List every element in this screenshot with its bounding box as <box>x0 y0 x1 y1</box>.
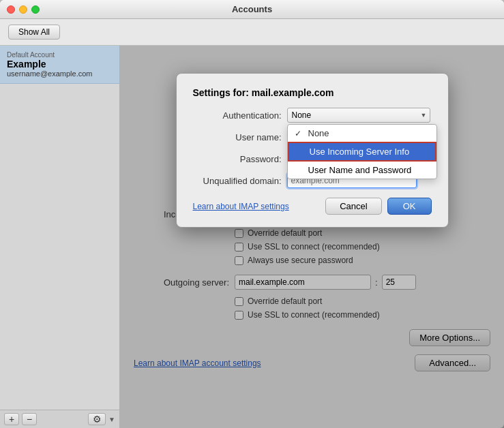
user-name-label: User name: <box>193 132 282 142</box>
authentication-row: Authentication: None ▼ ✓ None <box>193 108 432 123</box>
minimize-button[interactable] <box>19 5 27 14</box>
detail-panel: Password: Incoming server: : Override de… <box>120 46 504 428</box>
dropdown-item-incoming[interactable]: Use Incoming Server Info <box>288 142 436 162</box>
show-all-button[interactable]: Show All <box>8 25 60 40</box>
modal-actions: Learn about IMAP settings Cancel OK <box>193 198 432 215</box>
dropdown-item-incoming-label: Use Incoming Server Info <box>310 147 410 157</box>
dropdown-item-none-label: None <box>308 128 329 138</box>
window-title: Accounts <box>232 4 272 14</box>
modal-learn-imap-link[interactable]: Learn about IMAP settings <box>193 202 289 211</box>
toolbar: Show All <box>0 19 504 46</box>
modal-title: Settings for: mail.example.com <box>193 87 432 98</box>
sidebar-account-name: Example <box>7 59 113 70</box>
gear-button[interactable]: ⚙ <box>88 413 106 425</box>
cancel-button[interactable]: Cancel <box>325 198 381 215</box>
main-content: Default Account Example username@example… <box>0 46 504 428</box>
dropdown-popup: ✓ None Use Incoming Server Info User N <box>287 124 437 179</box>
remove-account-button[interactable]: − <box>22 413 37 425</box>
dropdown-arrow-icon: ▼ <box>421 112 427 119</box>
add-account-button[interactable]: + <box>4 413 19 425</box>
modal-password-label: Password: <box>193 154 282 164</box>
traffic-lights <box>7 5 40 14</box>
dropdown-item-username-password[interactable]: User Name and Password <box>288 162 436 179</box>
modal-buttons: Cancel OK <box>325 198 431 215</box>
sidebar-account-label: Default Account <box>7 51 113 59</box>
close-button[interactable] <box>7 5 15 14</box>
sidebar-footer: + − ⚙ ▼ <box>0 410 119 428</box>
sidebar-account-item[interactable]: Default Account Example username@example… <box>0 46 119 84</box>
authentication-dropdown[interactable]: None ▼ <box>287 108 430 123</box>
unqualified-domain-label: Unqualified domain: <box>193 176 282 186</box>
authentication-dropdown-container: None ▼ ✓ None <box>287 108 430 123</box>
modal-dialog: Settings for: mail.example.com Authentic… <box>176 73 449 228</box>
dropdown-item-none[interactable]: ✓ None <box>288 125 436 142</box>
sidebar-account-email: username@example.com <box>7 70 113 78</box>
sidebar: Default Account Example username@example… <box>0 46 120 428</box>
gear-dropdown-arrow: ▼ <box>108 416 115 423</box>
ok-button[interactable]: OK <box>387 198 432 215</box>
checkmark-icon: ✓ <box>295 129 304 138</box>
dropdown-selected-value: None <box>292 110 312 120</box>
accounts-window: Accounts Show All Default Account Exampl… <box>0 0 504 428</box>
titlebar: Accounts <box>0 0 504 19</box>
maximize-button[interactable] <box>31 5 40 14</box>
authentication-label: Authentication: <box>193 110 282 121</box>
dropdown-item-username-password-label: User Name and Password <box>308 165 412 175</box>
modal-overlay: Settings for: mail.example.com Authentic… <box>120 46 504 428</box>
